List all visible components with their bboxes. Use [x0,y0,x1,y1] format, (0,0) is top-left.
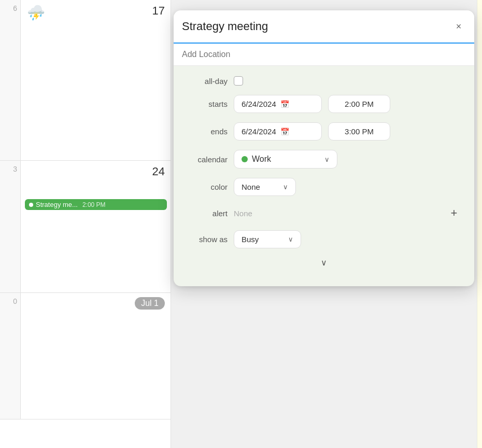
color-value: None [242,183,260,191]
starts-date-field[interactable]: 6/24/2024 📅 [234,95,322,113]
show-as-chevron-icon: ∨ [288,235,293,243]
calendar-column: 6 ⛈️ 17 3 24 Strategy me... 2:00 PM 0 Ju… [0,0,171,448]
calendar-icon-end: 📅 [280,128,289,136]
starts-time-field[interactable]: 2:00 PM [328,95,390,113]
calendar-color-dot [242,156,248,162]
allday-row: all-day [186,76,462,86]
ends-row: ends 6/24/2024 📅 3:00 PM [186,122,462,141]
weather-icon: ⛈️ [27,4,45,21]
day-content-24[interactable]: 24 Strategy me... 2:00 PM [21,161,171,292]
day-content-jul1[interactable]: Jul 1 [21,293,171,419]
color-dropdown[interactable]: None ∨ [234,178,296,196]
color-row: color None ∨ [186,178,462,196]
expand-button[interactable]: ∨ [186,258,462,268]
show-as-row: show as Busy ∨ [186,230,462,248]
location-input[interactable] [182,50,466,59]
calendar-week-row-1: 6 ⛈️ 17 [0,0,171,161]
calendar-dropdown[interactable]: Work ∨ [234,150,337,169]
alert-row: alert None + [186,205,462,221]
popup-body: all-day starts 6/24/2024 📅 2:00 PM ends … [174,66,474,278]
event-title: Strategy me... [36,201,78,208]
chevron-down-icon: ∨ [321,258,327,268]
ends-time-field[interactable]: 3:00 PM [328,122,390,141]
calendar-week-row-3: 0 Jul 1 [0,293,171,419]
ends-time-value: 3:00 PM [345,127,374,136]
close-button[interactable]: × [451,19,466,34]
alert-add-button[interactable]: + [446,205,462,221]
starts-row: starts 6/24/2024 📅 2:00 PM [186,95,462,113]
calendar-week-row-2: 3 24 Strategy me... 2:00 PM [0,161,171,293]
event-dot [29,203,33,207]
allday-checkbox[interactable] [234,76,243,86]
calendar-value: Work [252,155,271,164]
color-label: color [186,183,228,191]
event-time: 2:00 PM [82,201,106,208]
week-number-3: 3 [0,161,21,292]
alert-value: None [234,209,440,218]
calendar-row: calendar Work ∨ [186,150,462,169]
week-number-6: 6 [0,0,21,160]
event-title-input[interactable] [182,10,451,43]
color-chevron-icon: ∨ [283,183,288,191]
ends-label: ends [186,127,228,136]
calendar-label: calendar [186,155,228,164]
calendar-chevron-icon: ∨ [324,156,330,163]
show-as-value: Busy [242,235,259,244]
starts-date-value: 6/24/2024 [242,100,276,108]
allday-label: all-day [186,77,228,86]
show-as-dropdown[interactable]: Busy ∨ [234,230,301,248]
starts-time-value: 2:00 PM [345,100,374,108]
right-calendar-strip [477,0,482,448]
day-content-17: ⛈️ 17 [21,0,171,160]
popup-title-row: × [174,10,474,44]
calendar-icon: 📅 [280,100,289,108]
starts-label: starts [186,100,228,108]
ends-date-field[interactable]: 6/24/2024 📅 [234,122,322,141]
alert-label: alert [186,209,228,218]
show-as-label: show as [186,235,228,244]
ends-date-value: 6/24/2024 [242,127,276,136]
day-number-jul1: Jul 1 [135,297,165,310]
day-number-17: 17 [25,4,167,18]
popup-location-row [174,44,474,66]
event-pill-strategy[interactable]: Strategy me... 2:00 PM [25,199,167,210]
event-popup: × all-day starts 6/24/2024 📅 2:00 PM end… [174,10,474,286]
week-number-0: 0 [0,293,21,419]
day-number-24: 24 [25,165,167,178]
